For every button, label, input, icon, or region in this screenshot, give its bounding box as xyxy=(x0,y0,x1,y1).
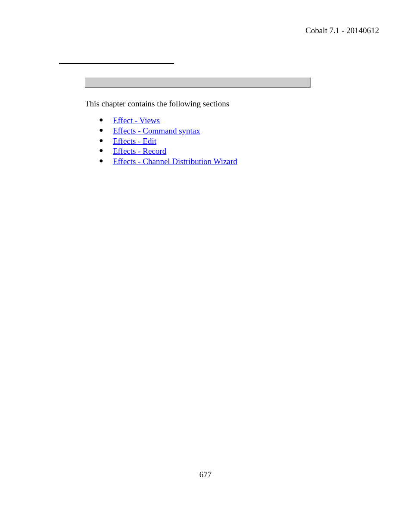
section-header-box xyxy=(85,78,311,88)
list-item: ● Effects - Record xyxy=(99,146,237,156)
document-header: Cobalt 7.1 - 20140612 xyxy=(305,26,379,35)
link-effects-command-syntax[interactable]: Effects - Command syntax xyxy=(113,126,200,135)
bullet-icon: ● xyxy=(99,115,103,124)
bullet-icon: ● xyxy=(99,156,103,165)
bullet-icon: ● xyxy=(99,136,103,145)
list-item: ● Effects - Edit xyxy=(99,136,237,146)
list-item: ● Effects - Channel Distribution Wizard xyxy=(99,156,237,167)
list-item: ● Effects - Command syntax xyxy=(99,126,237,136)
bullet-icon: ● xyxy=(99,146,103,155)
bullet-icon: ● xyxy=(99,126,103,134)
page-number: 677 xyxy=(0,470,411,479)
horizontal-rule xyxy=(59,63,174,64)
list-item: ● Effect - Views xyxy=(99,115,237,126)
link-effect-views[interactable]: Effect - Views xyxy=(113,116,160,125)
link-effects-edit[interactable]: Effects - Edit xyxy=(113,137,156,146)
section-links-list: ● Effect - Views ● Effects - Command syn… xyxy=(99,115,237,167)
link-effects-channel-distribution-wizard[interactable]: Effects - Channel Distribution Wizard xyxy=(113,157,237,166)
intro-paragraph: This chapter contains the following sect… xyxy=(85,99,229,109)
link-effects-record[interactable]: Effects - Record xyxy=(113,146,166,156)
